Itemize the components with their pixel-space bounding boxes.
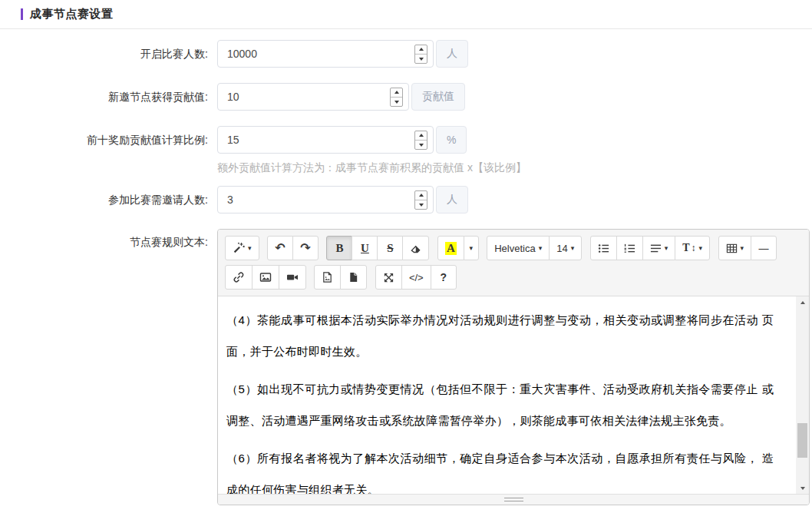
strikethrough-button[interactable]: S (377, 236, 403, 260)
spin-down-icon[interactable] (415, 200, 427, 209)
input-value: 15 (227, 134, 239, 146)
fullscreen-icon (383, 272, 394, 283)
form-row-rules-editor: 节点赛规则文本: ▾ ↶ (0, 229, 812, 505)
code-view-icon: </> (409, 272, 424, 283)
form-row-start-players: 开启比赛人数: 10000 人 (0, 40, 812, 68)
editor-toolbar: ▾ ↶ ↷ B U (218, 230, 809, 296)
start-players-input[interactable]: 10000 (217, 40, 434, 68)
spin-up-icon[interactable] (415, 131, 427, 140)
ordered-list-button[interactable] (616, 236, 643, 260)
redo-button[interactable]: ↷ (292, 236, 319, 260)
help-icon: ? (440, 271, 447, 283)
video-icon (286, 271, 299, 283)
field-label: 参加比赛需邀请人数: (0, 186, 217, 213)
invite-points-input[interactable]: 10 (217, 83, 409, 111)
spin-up-icon[interactable] (415, 45, 427, 54)
form-row-top10-ratio: 前十奖励贡献值计算比例: 15 % (0, 126, 812, 154)
caret-down-icon: ▾ (539, 245, 543, 252)
caret-down-icon: ▾ (741, 245, 744, 252)
paragraph-align-dropdown[interactable]: ▾ (642, 236, 676, 260)
vertical-scrollbar[interactable] (796, 296, 809, 494)
editor-content-area[interactable]: （4）茶能成事可根据本活动实际举办情况对活动规则进行调整与变动，相关变动或调整将… (218, 296, 809, 494)
resize-handle[interactable] (504, 498, 523, 501)
underline-button[interactable]: U (352, 236, 378, 260)
fullscreen-button[interactable] (375, 265, 402, 290)
spin-down-icon[interactable] (415, 140, 427, 149)
field-label: 前十奖励贡献值计算比例: (0, 126, 217, 154)
clear-format-button[interactable] (402, 236, 429, 260)
input-value: 10000 (227, 48, 257, 60)
underline-icon: U (361, 242, 369, 255)
caret-down-icon: ▾ (699, 245, 703, 252)
redo-icon: ↷ (300, 242, 310, 254)
help-button[interactable]: ? (431, 265, 457, 290)
picture-icon (259, 271, 272, 283)
scroll-up-icon[interactable] (796, 296, 809, 309)
eraser-icon (410, 243, 421, 254)
editor-statusbar (218, 494, 809, 505)
unit-addon: 人 (436, 186, 468, 213)
spin-down-icon[interactable] (391, 97, 402, 106)
unordered-list-icon (598, 243, 609, 254)
bold-icon: B (335, 242, 343, 255)
code-view-button[interactable]: </> (401, 265, 431, 290)
image-file-icon (322, 271, 333, 283)
font-name-value: Helvetica (494, 243, 535, 254)
undo-button[interactable]: ↶ (267, 236, 293, 260)
table-icon (726, 243, 738, 254)
page-title: 成事节点赛设置 (30, 7, 114, 22)
ordered-list-icon (624, 243, 635, 254)
video-button[interactable] (279, 265, 306, 290)
undo-icon: ↶ (275, 242, 285, 254)
link-icon (233, 271, 245, 283)
field-label: 开启比赛人数: (0, 40, 217, 68)
number-spinner (414, 190, 427, 210)
horizontal-rule-icon: — (759, 243, 769, 254)
updown-arrow-icon: ↕ (692, 243, 696, 253)
spin-up-icon[interactable] (391, 88, 402, 97)
unordered-list-button[interactable] (590, 236, 617, 260)
font-color-icon: A (445, 242, 457, 255)
form-row-required-invites: 参加比赛需邀请人数: 3 人 (0, 186, 812, 213)
line-height-dropdown[interactable]: T↕ ▾ (675, 236, 710, 260)
link-button[interactable] (225, 265, 253, 290)
spin-down-icon[interactable] (415, 54, 427, 63)
bold-button[interactable]: B (326, 236, 352, 260)
style-button[interactable]: ▾ (225, 236, 259, 260)
table-dropdown[interactable]: ▾ (718, 236, 752, 260)
scroll-down-icon[interactable] (796, 482, 809, 494)
font-name-dropdown[interactable]: Helvetica ▾ (487, 236, 550, 260)
rule-paragraph: （4）茶能成事可根据本活动实际举办情况对活动规则进行调整与变动，相关变动或调整将… (226, 304, 774, 367)
paragraph-align-icon (650, 243, 662, 254)
font-size-value: 14 (556, 243, 567, 254)
font-color-dropdown[interactable]: ▾ (464, 236, 479, 260)
magic-wand-icon (233, 242, 245, 254)
form-row-invite-points: 新邀节点获得贡献值: 10 贡献值 (0, 83, 812, 111)
input-value: 10 (227, 91, 239, 103)
font-color-button[interactable]: A (437, 236, 464, 260)
empty-label (0, 160, 217, 175)
font-size-dropdown[interactable]: 14 ▾ (549, 236, 582, 260)
editor-text[interactable]: （4）茶能成事可根据本活动实际举办情况对活动规则进行调整与变动，相关变动或调整将… (218, 296, 809, 494)
scrollbar-thumb[interactable] (797, 423, 807, 458)
file-button[interactable] (340, 265, 367, 290)
line-height-icon: T (682, 242, 689, 254)
horizontal-rule-button[interactable]: — (751, 236, 777, 260)
unit-addon: % (436, 126, 467, 154)
required-invites-input[interactable]: 3 (217, 186, 434, 213)
caret-down-icon: ▾ (469, 245, 473, 252)
top10-ratio-input[interactable]: 15 (217, 126, 434, 154)
spin-up-icon[interactable] (415, 191, 427, 200)
caret-down-icon: ▾ (248, 245, 252, 252)
rule-paragraph: （5）如出现不可抗力或情势变更情况（包括但不限于：重大灾害事件、活动受政府机关指… (226, 373, 774, 436)
hint-row: 额外贡献值计算方法为：成事节点赛前积累的贡献值 x【该比例】 (0, 160, 812, 175)
field-label: 节点赛规则文本: (0, 229, 217, 249)
accent-bar (21, 8, 23, 20)
image-file-button[interactable] (314, 265, 341, 290)
unit-addon: 贡献值 (411, 83, 465, 111)
number-spinner (414, 131, 427, 150)
input-value: 3 (227, 194, 233, 206)
caret-down-icon: ▾ (571, 245, 575, 252)
unit-addon: 人 (436, 40, 468, 68)
picture-button[interactable] (252, 265, 279, 290)
